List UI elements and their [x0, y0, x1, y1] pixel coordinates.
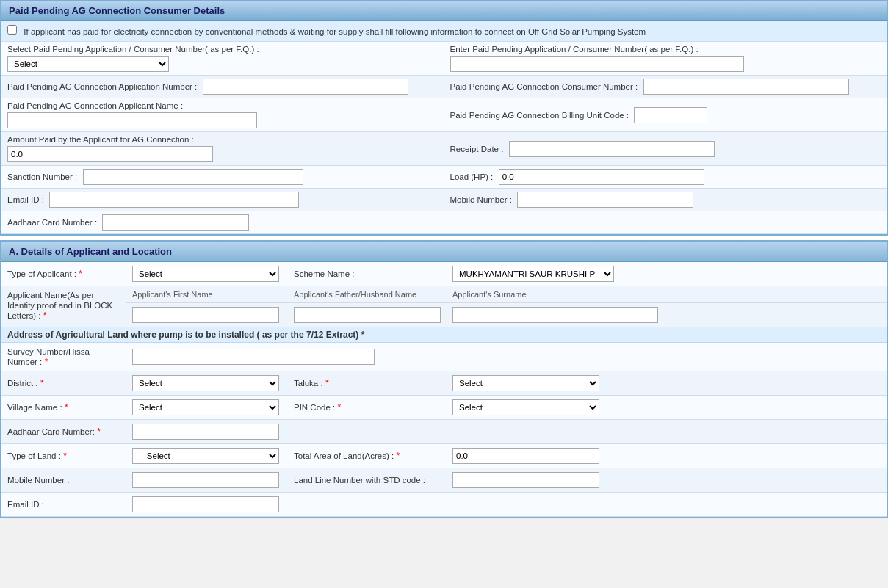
survey-required: *	[45, 357, 48, 367]
ag-applicant-name-input[interactable]	[7, 112, 257, 128]
address-header-row: Address of Agricultural Land where pump …	[1, 327, 887, 343]
type-of-land-required: *	[63, 451, 67, 461]
total-area-required: *	[397, 451, 400, 461]
amount-paid-label: Amount Paid by the Applicant for AG Conn…	[7, 135, 438, 144]
receipt-date-label: Receipt Date :	[450, 145, 504, 153]
consumer-number-label: Paid Pending AG Connection Consumer Numb…	[450, 82, 638, 91]
top-section-header: Paid Pending AG Connection Consumer Deta…	[1, 1, 887, 21]
total-area-label: Total Area of Land(Acres) :	[294, 451, 394, 460]
village-required: *	[65, 402, 68, 413]
aadhaar-card-number-label: Aadhaar Card Number:	[7, 427, 95, 436]
address-header-text: Address of Agricultural Land where pump …	[7, 330, 364, 340]
receipt-date-input[interactable]	[509, 141, 715, 157]
email-id-label2: Email ID :	[7, 500, 44, 509]
first-name-sublabel: Applicant's First Name	[126, 286, 288, 303]
village-label: Village Name :	[7, 403, 62, 412]
mobile-number-input[interactable]	[517, 192, 693, 208]
pin-dropdown[interactable]: Select	[452, 399, 599, 415]
billing-unit-input[interactable]	[634, 107, 707, 123]
ag-applicant-name-label: Paid Pending AG Connection Applicant Nam…	[7, 101, 438, 110]
enter-paid-pending-label: Enter Paid Pending Application / Consume…	[450, 45, 881, 54]
pin-label: PIN Code :	[294, 403, 335, 412]
father-husband-input[interactable]	[294, 307, 441, 323]
select-paid-pending-label: Select Paid Pending Application / Consum…	[7, 45, 438, 54]
amount-paid-input[interactable]	[7, 146, 213, 162]
land-line-label: Land Line Number with STD code :	[294, 476, 425, 484]
section-a-title: A. Details of Applicant and Location	[9, 246, 172, 257]
type-of-applicant-dropdown[interactable]: Select	[132, 266, 279, 282]
taluka-dropdown[interactable]: Select	[452, 375, 599, 391]
mobile-number-label2: Mobile Number :	[7, 476, 69, 484]
email-id-input[interactable]	[49, 192, 299, 208]
type-of-land-dropdown[interactable]: -- Select --	[132, 448, 279, 464]
load-hp-label: Load (HP) :	[450, 173, 494, 181]
billing-unit-label: Paid Pending AG Connection Billing Unit …	[450, 111, 629, 120]
select-paid-pending-dropdown[interactable]: Select	[7, 56, 169, 72]
father-husband-sublabel: Applicant's Father/Husband Name	[288, 286, 447, 303]
applicant-name-label2: Applicant Name(As per Identity proof and…	[7, 291, 112, 320]
surname-sublabel: Applicant's Surname	[447, 286, 887, 303]
village-dropdown[interactable]: Select	[132, 399, 279, 415]
app-number-input[interactable]	[203, 79, 408, 95]
email-id-input2[interactable]	[132, 496, 279, 512]
applicant-name-required: *	[43, 311, 47, 321]
taluka-required: *	[325, 378, 329, 388]
survey-number-input[interactable]	[132, 349, 375, 365]
surname-input[interactable]	[452, 307, 658, 323]
app-number-label: Paid Pending AG Connection Application N…	[7, 82, 197, 91]
enter-paid-pending-input[interactable]	[450, 56, 744, 72]
email-id-label: Email ID :	[7, 195, 44, 204]
scheme-name-label: Scheme Name :	[294, 269, 354, 278]
aadhaar-card-label: Aadhaar Card Number :	[7, 218, 97, 227]
load-hp-input[interactable]	[499, 169, 704, 185]
survey-number-label: Survey Number/Hissa Number :	[7, 347, 90, 366]
paid-pending-checkbox[interactable]	[7, 25, 17, 35]
first-name-input[interactable]	[132, 307, 279, 323]
sanction-number-label: Sanction Number :	[7, 173, 77, 181]
taluka-label: Taluka :	[294, 379, 323, 388]
sanction-number-input[interactable]	[83, 169, 303, 185]
section-a-header: A. Details of Applicant and Location	[1, 242, 887, 262]
district-dropdown[interactable]: Select	[132, 375, 279, 391]
section-a: A. Details of Applicant and Location Typ…	[0, 240, 888, 518]
aadhaar-card-number-input[interactable]	[132, 424, 279, 440]
consumer-number-input[interactable]	[643, 79, 849, 95]
paid-pending-checkbox-label: If applicant has paid for electricity co…	[24, 27, 646, 36]
aadhaar-card-input[interactable]	[102, 214, 249, 231]
type-of-applicant-label: Type of Applicant :	[7, 269, 76, 278]
mobile-number-input2[interactable]	[132, 472, 279, 488]
type-of-applicant-required: *	[79, 269, 82, 279]
paid-pending-section: Paid Pending AG Connection Consumer Deta…	[0, 0, 888, 236]
top-section-title: Paid Pending AG Connection Consumer Deta…	[9, 5, 225, 16]
aadhaar-card-required: *	[97, 427, 101, 437]
pin-required: *	[338, 402, 342, 413]
district-required: *	[40, 378, 44, 388]
total-area-input[interactable]	[452, 448, 599, 464]
scheme-name-dropdown[interactable]: MUKHYAMANTRI SAUR KRUSHI P	[452, 266, 614, 282]
section-a-table: Type of Applicant : * Select Scheme Name…	[1, 262, 887, 517]
mobile-number-label: Mobile Number :	[450, 195, 512, 204]
district-label: District :	[7, 379, 38, 388]
land-line-input[interactable]	[452, 472, 599, 488]
type-of-land-label: Type of Land :	[7, 451, 61, 460]
main-container: Paid Pending AG Connection Consumer Deta…	[0, 0, 888, 518]
paid-pending-table: If applicant has paid for electricity co…	[1, 21, 887, 234]
